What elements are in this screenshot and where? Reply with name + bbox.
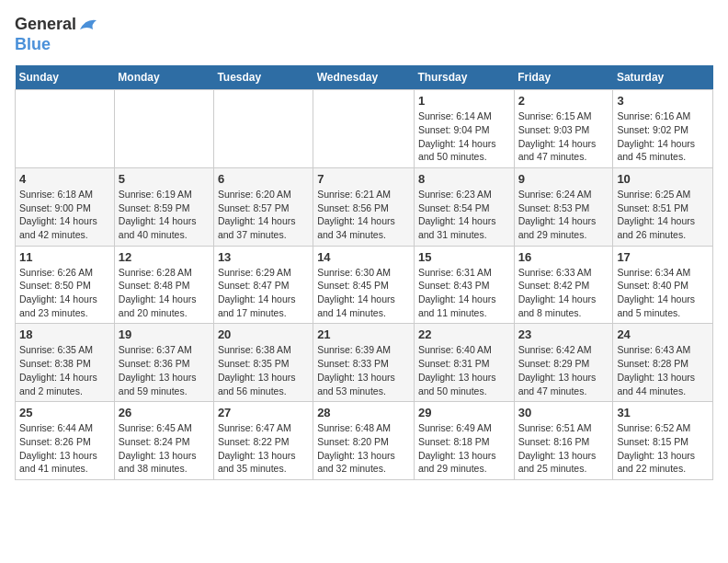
day-cell-22: 22Sunrise: 6:40 AMSunset: 8:31 PMDayligh…	[414, 324, 514, 402]
day-info: Sunrise: 6:15 AMSunset: 9:03 PMDaylight:…	[518, 109, 609, 164]
day-cell-11: 11Sunrise: 6:26 AMSunset: 8:50 PMDayligh…	[16, 246, 115, 324]
day-number: 29	[418, 406, 510, 419]
day-cell-7: 7Sunrise: 6:21 AMSunset: 8:56 PMDaylight…	[313, 167, 415, 246]
weekday-header-friday: Friday	[514, 65, 613, 90]
week-row-2: 4Sunrise: 6:18 AMSunset: 9:00 PMDaylight…	[16, 167, 713, 246]
day-number: 3	[617, 94, 709, 108]
day-info: Sunrise: 6:51 AMSunset: 8:16 PMDaylight:…	[518, 421, 609, 476]
day-info: Sunrise: 6:23 AMSunset: 8:54 PMDaylight:…	[418, 188, 510, 242]
day-info: Sunrise: 6:25 AMSunset: 8:51 PMDaylight:…	[617, 188, 709, 242]
day-number: 17	[617, 250, 709, 264]
day-cell-16: 16Sunrise: 6:33 AMSunset: 8:42 PMDayligh…	[514, 246, 613, 324]
day-number: 24	[617, 327, 709, 341]
week-row-3: 11Sunrise: 6:26 AMSunset: 8:50 PMDayligh…	[16, 246, 713, 324]
day-info: Sunrise: 6:37 AMSunset: 8:36 PMDaylight:…	[119, 343, 210, 397]
day-number: 1	[418, 94, 510, 108]
logo-bird-icon	[78, 17, 98, 33]
day-info: Sunrise: 6:18 AMSunset: 9:00 PMDaylight:…	[19, 188, 110, 242]
day-number: 19	[119, 327, 210, 341]
day-number: 27	[218, 406, 309, 419]
day-number: 25	[19, 406, 110, 419]
day-cell-5: 5Sunrise: 6:19 AMSunset: 8:59 PMDaylight…	[114, 167, 213, 246]
day-info: Sunrise: 6:21 AMSunset: 8:56 PMDaylight:…	[317, 188, 410, 242]
day-info: Sunrise: 6:52 AMSunset: 8:15 PMDaylight:…	[617, 421, 709, 476]
day-number: 26	[119, 406, 210, 419]
week-row-5: 25Sunrise: 6:44 AMSunset: 8:26 PMDayligh…	[16, 402, 713, 480]
day-info: Sunrise: 6:29 AMSunset: 8:47 PMDaylight:…	[218, 266, 309, 320]
day-number: 28	[317, 406, 410, 419]
day-number: 8	[418, 172, 510, 186]
day-cell-17: 17Sunrise: 6:34 AMSunset: 8:40 PMDayligh…	[613, 246, 713, 324]
day-number: 14	[317, 250, 410, 264]
day-cell-27: 27Sunrise: 6:47 AMSunset: 8:22 PMDayligh…	[213, 402, 313, 480]
day-number: 11	[19, 250, 110, 264]
weekday-header-saturday: Saturday	[613, 65, 713, 90]
day-cell-31: 31Sunrise: 6:52 AMSunset: 8:15 PMDayligh…	[613, 402, 713, 480]
day-info: Sunrise: 6:42 AMSunset: 8:29 PMDaylight:…	[518, 343, 609, 397]
day-cell-24: 24Sunrise: 6:43 AMSunset: 8:28 PMDayligh…	[613, 324, 713, 402]
day-cell-3: 3Sunrise: 6:16 AMSunset: 9:02 PMDaylight…	[613, 90, 713, 168]
day-number: 7	[317, 172, 410, 186]
day-number: 21	[317, 327, 410, 341]
day-info: Sunrise: 6:49 AMSunset: 8:18 PMDaylight:…	[418, 421, 510, 476]
weekday-header-thursday: Thursday	[414, 65, 514, 90]
day-info: Sunrise: 6:47 AMSunset: 8:22 PMDaylight:…	[218, 421, 309, 476]
empty-cell	[16, 90, 115, 168]
day-info: Sunrise: 6:45 AMSunset: 8:24 PMDaylight:…	[119, 421, 210, 476]
day-number: 5	[119, 172, 210, 186]
logo-general: General	[15, 15, 76, 35]
day-cell-28: 28Sunrise: 6:48 AMSunset: 8:20 PMDayligh…	[313, 402, 415, 480]
day-info: Sunrise: 6:24 AMSunset: 8:53 PMDaylight:…	[518, 188, 609, 242]
day-cell-23: 23Sunrise: 6:42 AMSunset: 8:29 PMDayligh…	[514, 324, 613, 402]
page-header: General Blue	[15, 15, 713, 54]
day-number: 30	[518, 406, 609, 419]
day-info: Sunrise: 6:16 AMSunset: 9:02 PMDaylight:…	[617, 109, 709, 164]
day-number: 10	[617, 172, 709, 186]
day-info: Sunrise: 6:20 AMSunset: 8:57 PMDaylight:…	[218, 188, 309, 242]
day-cell-10: 10Sunrise: 6:25 AMSunset: 8:51 PMDayligh…	[613, 167, 713, 246]
day-cell-12: 12Sunrise: 6:28 AMSunset: 8:48 PMDayligh…	[114, 246, 213, 324]
day-cell-26: 26Sunrise: 6:45 AMSunset: 8:24 PMDayligh…	[114, 402, 213, 480]
logo: General Blue	[15, 15, 98, 54]
weekday-header-monday: Monday	[114, 65, 213, 90]
day-number: 6	[218, 172, 309, 186]
day-cell-20: 20Sunrise: 6:38 AMSunset: 8:35 PMDayligh…	[213, 324, 313, 402]
day-info: Sunrise: 6:44 AMSunset: 8:26 PMDaylight:…	[19, 421, 110, 476]
day-cell-19: 19Sunrise: 6:37 AMSunset: 8:36 PMDayligh…	[114, 324, 213, 402]
day-cell-21: 21Sunrise: 6:39 AMSunset: 8:33 PMDayligh…	[313, 324, 415, 402]
day-cell-6: 6Sunrise: 6:20 AMSunset: 8:57 PMDaylight…	[213, 167, 313, 246]
day-cell-14: 14Sunrise: 6:30 AMSunset: 8:45 PMDayligh…	[313, 246, 415, 324]
empty-cell	[213, 90, 313, 168]
day-cell-13: 13Sunrise: 6:29 AMSunset: 8:47 PMDayligh…	[213, 246, 313, 324]
day-number: 22	[418, 327, 510, 341]
day-cell-1: 1Sunrise: 6:14 AMSunset: 9:04 PMDaylight…	[414, 90, 514, 168]
day-cell-4: 4Sunrise: 6:18 AMSunset: 9:00 PMDaylight…	[16, 167, 115, 246]
day-cell-8: 8Sunrise: 6:23 AMSunset: 8:54 PMDaylight…	[414, 167, 514, 246]
weekday-header-row: SundayMondayTuesdayWednesdayThursdayFrid…	[16, 65, 713, 90]
day-info: Sunrise: 6:28 AMSunset: 8:48 PMDaylight:…	[119, 266, 210, 320]
day-number: 4	[19, 172, 110, 186]
weekday-header-sunday: Sunday	[16, 65, 115, 90]
weekday-header-tuesday: Tuesday	[213, 65, 313, 90]
day-info: Sunrise: 6:30 AMSunset: 8:45 PMDaylight:…	[317, 266, 410, 320]
day-number: 9	[518, 172, 609, 186]
day-number: 31	[617, 406, 709, 419]
empty-cell	[114, 90, 213, 168]
day-cell-25: 25Sunrise: 6:44 AMSunset: 8:26 PMDayligh…	[16, 402, 115, 480]
day-cell-2: 2Sunrise: 6:15 AMSunset: 9:03 PMDaylight…	[514, 90, 613, 168]
day-info: Sunrise: 6:31 AMSunset: 8:43 PMDaylight:…	[418, 266, 510, 320]
day-number: 23	[518, 327, 609, 341]
day-info: Sunrise: 6:26 AMSunset: 8:50 PMDaylight:…	[19, 266, 110, 320]
day-cell-30: 30Sunrise: 6:51 AMSunset: 8:16 PMDayligh…	[514, 402, 613, 480]
day-number: 15	[418, 250, 510, 264]
day-cell-29: 29Sunrise: 6:49 AMSunset: 8:18 PMDayligh…	[414, 402, 514, 480]
weekday-header-wednesday: Wednesday	[313, 65, 415, 90]
day-info: Sunrise: 6:39 AMSunset: 8:33 PMDaylight:…	[317, 343, 410, 397]
day-number: 20	[218, 327, 309, 341]
day-cell-15: 15Sunrise: 6:31 AMSunset: 8:43 PMDayligh…	[414, 246, 514, 324]
day-info: Sunrise: 6:38 AMSunset: 8:35 PMDaylight:…	[218, 343, 309, 397]
day-number: 18	[19, 327, 110, 341]
day-info: Sunrise: 6:14 AMSunset: 9:04 PMDaylight:…	[418, 109, 510, 164]
calendar-table: SundayMondayTuesdayWednesdayThursdayFrid…	[15, 65, 713, 480]
logo-blue: Blue	[15, 35, 98, 55]
